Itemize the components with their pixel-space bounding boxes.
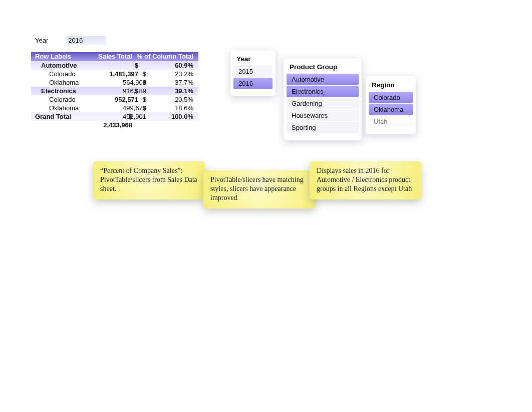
pivot-cell-label: Colorado: [31, 70, 106, 78]
slicer-items: Automotive Electronics Gardening Housewa…: [284, 74, 362, 136]
slicer-item-automotive[interactable]: Automotive: [287, 74, 359, 85]
pivot-group-row[interactable]: Electronics $ 952,571 39.1%: [31, 87, 198, 95]
pivot-header-sales-total[interactable]: Sales Total: [92, 52, 135, 61]
pivot-header-row: Row Labels Sales Total % of Column Total: [31, 52, 198, 61]
slicer-item-2015[interactable]: 2015: [233, 66, 273, 77]
slicer-title: Region: [366, 76, 416, 92]
pivot-detail-row[interactable]: Colorado $ 499,670 20.5%: [31, 95, 198, 104]
currency-symbol: $: [131, 87, 138, 95]
pivot-cell-pct: 39.1%: [141, 87, 198, 95]
pivot-cell-pct: 18.6%: [149, 104, 198, 112]
slicer-title: Year: [230, 50, 276, 66]
slicer-item-sporting[interactable]: Sporting: [287, 122, 359, 133]
currency-symbol: $: [125, 112, 132, 121]
pivot-filter-value[interactable]: 2016: [66, 36, 106, 45]
pivot-header-pct-of-column-total[interactable]: % of Column Total: [135, 52, 198, 61]
note-callout-2: PivotTable/slicers have matching styles,…: [203, 170, 315, 209]
slicer-item-gardening[interactable]: Gardening: [287, 98, 359, 109]
slicer-item-utah[interactable]: Utah: [369, 116, 413, 127]
pivot-header-row-labels[interactable]: Row Labels: [31, 52, 92, 61]
currency-symbol: $: [131, 61, 138, 70]
slicer-item-electronics[interactable]: Electronics: [287, 86, 359, 97]
pivot-cell-sales: $ 2,433,968: [92, 112, 135, 121]
pivot-cell-label: Grand Total: [31, 112, 92, 121]
pivot-cell-label: Oklahoma: [31, 104, 106, 112]
slicer-product-group[interactable]: Product Group Automotive Electronics Gar…: [284, 58, 362, 140]
note-callout-3: Displays sales in 2016 for Automotive / …: [310, 161, 421, 199]
pivot-grand-total-row[interactable]: Grand Total $ 2,433,968 100.0%: [31, 112, 198, 121]
slicer-item-2016[interactable]: 2016: [233, 78, 273, 89]
pivot-cell-pct: 20.5%: [149, 95, 198, 104]
pivot-cell-sales: $ 1,481,397: [98, 61, 141, 70]
pivot-cell-pct: 60.9%: [141, 61, 198, 70]
pivot-cell-label: Oklahoma: [31, 78, 106, 87]
pivot-group-row[interactable]: Automotive $ 1,481,397 60.9%: [31, 61, 198, 70]
pivot-cell-sales: $ 952,571: [98, 87, 141, 95]
pivot-cell-label: Automotive: [31, 61, 98, 70]
pivot-report-filter: Year 2016: [35, 36, 106, 45]
slicer-item-oklahoma[interactable]: Oklahoma: [369, 104, 413, 115]
currency-symbol: $: [139, 70, 146, 78]
pivot-detail-row[interactable]: Oklahoma $ 916,489 37.7%: [31, 78, 198, 87]
pivot-cell-sales: $ 916,489: [106, 78, 149, 87]
pivot-cell-label: Colorado: [31, 95, 106, 104]
pivot-cell-pct: 23.2%: [149, 70, 198, 78]
note-callout-1: “Percent of Company Sales”: PivotTable/s…: [93, 161, 205, 199]
pivot-cell-sales: $ 452,901: [106, 104, 149, 112]
slicer-region[interactable]: Region Colorado Oklahoma Utah: [366, 76, 416, 134]
pivot-detail-row[interactable]: Colorado $ 564,908 23.2%: [31, 70, 198, 78]
slicer-item-housewares[interactable]: Housewares: [287, 110, 359, 121]
slicer-title: Product Group: [284, 58, 362, 74]
pivot-filter-field-label: Year: [35, 37, 48, 44]
pivot-cell-label: Electronics: [31, 87, 98, 95]
pivot-table: Row Labels Sales Total % of Column Total…: [31, 52, 198, 121]
pivot-cell-pct: 100.0%: [135, 112, 198, 121]
amount-value: 2,433,968: [99, 121, 132, 129]
pivot-cell-sales: $ 564,908: [106, 70, 149, 78]
pivot-detail-row[interactable]: Oklahoma $ 452,901 18.6%: [31, 104, 198, 112]
currency-symbol: $: [139, 95, 146, 104]
currency-symbol: $: [139, 78, 146, 87]
slicer-items: 2015 2016: [230, 66, 276, 92]
currency-symbol: $: [139, 104, 146, 112]
slicer-items: Colorado Oklahoma Utah: [366, 92, 416, 130]
slicer-year[interactable]: Year 2015 2016: [230, 50, 276, 96]
slicer-item-colorado[interactable]: Colorado: [369, 92, 413, 103]
pivot-cell-pct: 37.7%: [149, 78, 198, 87]
pivot-cell-sales: $ 499,670: [106, 95, 149, 104]
